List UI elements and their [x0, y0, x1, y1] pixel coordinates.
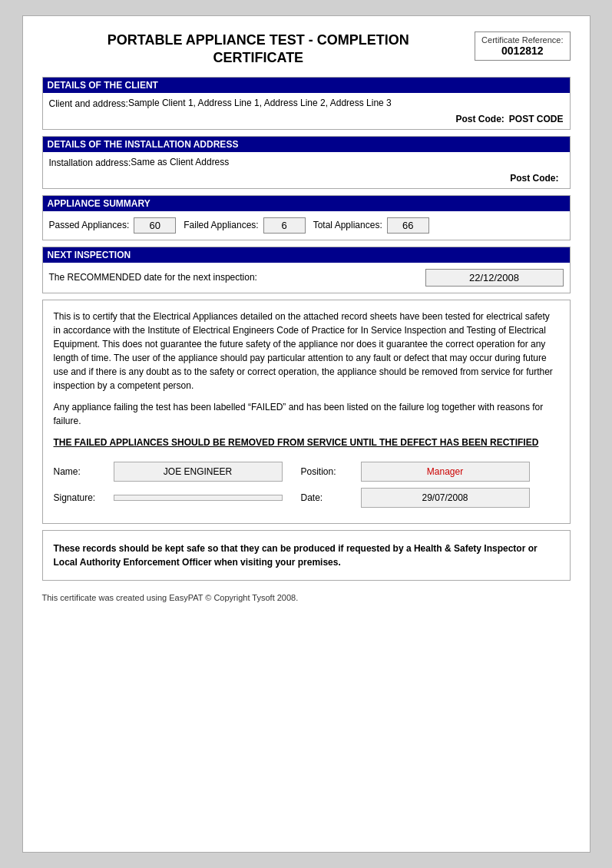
cert-signature-row: Signature: Date: 29/07/2008 — [54, 488, 559, 508]
title-block: PORTABLE APPLIANCE TEST - COMPLETION CER… — [42, 31, 475, 68]
failed-appliances-item: Failed Appliances: 6 — [184, 217, 305, 234]
cert-ref-box: Certificate Reference: 0012812 — [475, 31, 570, 61]
records-text: These records should be kept safe so tha… — [54, 543, 538, 568]
title-line1: PORTABLE APPLIANCE TEST - COMPLETION — [108, 32, 409, 48]
total-appliances-item: Total Appliances: 66 — [313, 217, 429, 234]
cert-ref-label: Certificate Reference: — [481, 35, 563, 45]
appliance-section-header: APPLIANCE SUMMARY — [43, 196, 570, 211]
records-block: These records should be kept safe so tha… — [42, 530, 571, 581]
client-postcode-value: POST CODE — [509, 114, 564, 124]
passed-appliances-item: Passed Appliances: 60 — [49, 217, 177, 234]
installation-section-header: DETAILS OF THE INSTALLATION ADDRESS — [43, 137, 570, 152]
client-section-header: DETAILS OF THE CLIENT — [43, 78, 570, 93]
header-area: PORTABLE APPLIANCE TEST - COMPLETION CER… — [42, 31, 571, 68]
installation-section: DETAILS OF THE INSTALLATION ADDRESS Inst… — [42, 136, 571, 189]
next-inspection-label: The RECOMMENDED date for the next inspec… — [49, 272, 425, 283]
passed-appliances-label: Passed Appliances: — [49, 220, 130, 230]
client-address-value: Sample Client 1, Address Line 1, Address… — [128, 98, 564, 108]
cert-date-value: 29/07/2008 — [361, 488, 530, 508]
title-line2: CERTIFICATE — [213, 50, 303, 65]
passed-appliances-value: 60 — [134, 217, 176, 234]
page: PORTABLE APPLIANCE TEST - COMPLETION CER… — [22, 15, 590, 853]
next-inspection-body: The RECOMMENDED date for the next inspec… — [43, 263, 570, 293]
footer-text: This certificate was created using EasyP… — [42, 593, 299, 602]
installation-address-label: Installation address: — [49, 157, 131, 168]
cert-warning: THE FAILED APPLIANCES SHOULD BE REMOVED … — [54, 436, 559, 449]
cert-position-label: Position: — [301, 465, 355, 479]
total-appliances-value: 66 — [387, 217, 429, 234]
installation-section-body: Installation address: Same as Client Add… — [43, 152, 570, 188]
installation-address-row: Installation address: Same as Client Add… — [49, 157, 564, 168]
cert-name-label: Name: — [54, 465, 108, 479]
cert-position-value: Manager — [361, 462, 530, 482]
cert-name-value: JOE ENGINEER — [114, 462, 283, 482]
total-appliances-label: Total Appliances: — [313, 220, 382, 230]
next-inspection-section: NEXT INSPECTION The RECOMMENDED date for… — [42, 247, 571, 293]
cert-signature-value — [114, 495, 283, 501]
appliance-section-body: Passed Appliances: 60 Failed Appliances:… — [43, 211, 570, 240]
main-title: PORTABLE APPLIANCE TEST - COMPLETION CER… — [42, 31, 475, 68]
cert-para1: This is to certify that the Electrical A… — [54, 310, 559, 393]
certification-block: This is to certify that the Electrical A… — [42, 300, 571, 524]
cert-fields: Name: JOE ENGINEER Position: Manager Sig… — [54, 462, 559, 508]
failed-appliances-label: Failed Appliances: — [184, 220, 258, 230]
cert-name-row: Name: JOE ENGINEER Position: Manager — [54, 462, 559, 482]
client-section: DETAILS OF THE CLIENT Client and address… — [42, 77, 571, 130]
installation-address-value: Same as Client Address — [131, 157, 563, 167]
client-postcode-row: Post Code: POST CODE — [49, 114, 564, 124]
next-inspection-header: NEXT INSPECTION — [43, 247, 570, 263]
footer: This certificate was created using EasyP… — [42, 593, 571, 602]
cert-signature-label: Signature: — [54, 491, 108, 505]
failed-appliances-value: 6 — [263, 217, 306, 234]
cert-date-label: Date: — [301, 491, 355, 505]
cert-para2: Any appliance failing the test has been … — [54, 400, 559, 428]
cert-ref-number: 0012812 — [481, 45, 563, 57]
client-address-label: Client and address: — [49, 98, 128, 109]
installation-postcode-label: Post Code: — [510, 173, 558, 184]
client-section-body: Client and address: Sample Client 1, Add… — [43, 93, 570, 129]
client-address-row: Client and address: Sample Client 1, Add… — [49, 98, 564, 109]
appliance-section: APPLIANCE SUMMARY Passed Appliances: 60 … — [42, 195, 571, 240]
installation-postcode-row: Post Code: — [49, 173, 564, 184]
next-inspection-date: 22/12/2008 — [425, 269, 564, 287]
client-postcode-label: Post Code: — [455, 114, 504, 124]
